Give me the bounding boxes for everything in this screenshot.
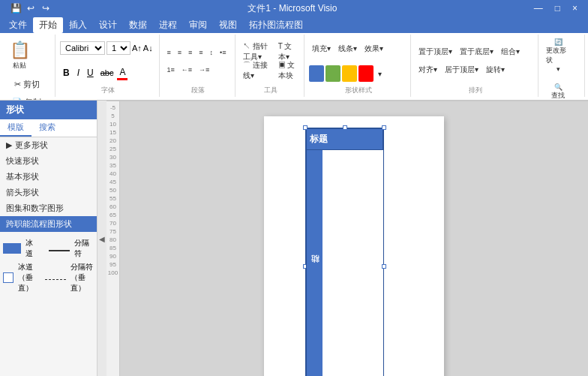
effect-btn[interactable]: 效果▾ <box>362 40 386 58</box>
redo-quick-btn[interactable]: ↪ <box>39 2 52 15</box>
bullets-btn[interactable]: •≡ <box>217 44 229 61</box>
maximize-btn[interactable]: □ <box>550 3 565 14</box>
legend-sep-icon <box>49 245 70 253</box>
indent-increase-btn[interactable]: →≡ <box>196 62 212 78</box>
category-arrow-shapes[interactable]: 箭头形状 <box>0 185 97 200</box>
handle-top-left[interactable] <box>303 125 308 130</box>
window-title: 文件1 - Microsoft Visio <box>56 2 530 15</box>
menu-view[interactable]: 视图 <box>213 17 243 33</box>
category-chart-shapes[interactable]: 图集和数字图形 <box>0 200 97 216</box>
menu-data[interactable]: 数据 <box>123 17 153 33</box>
menu-design[interactable]: 设计 <box>93 17 123 33</box>
ruler-left-mark: 80 <box>110 236 116 243</box>
font-size-select[interactable]: 12pt <box>106 41 130 55</box>
align-justify-btn[interactable]: ≡ <box>196 44 206 61</box>
handle-top-right[interactable] <box>382 125 386 130</box>
page[interactable]: 标题 功能 定义 <box>264 116 444 376</box>
bring-front-btn[interactable]: 置于顶层▾ <box>416 44 455 60</box>
cut-button[interactable]: ✂ 剪切 <box>6 76 47 92</box>
close-btn[interactable]: × <box>568 3 582 14</box>
change-shape-btn[interactable]: 🔄更改形状▾ <box>543 36 573 75</box>
arrange-group-label: 排列 <box>416 86 535 95</box>
arrow-icon: ▶ <box>6 140 12 150</box>
font-color-button[interactable]: A <box>117 66 128 80</box>
style3-btn[interactable] <box>342 65 357 82</box>
ruler-left-mark: 75 <box>110 228 116 235</box>
text-tool-btn[interactable]: T 文本▾ <box>275 43 301 61</box>
menu-process[interactable]: 进程 <box>153 17 183 33</box>
style2-btn[interactable] <box>326 65 340 82</box>
handle-middle-right[interactable] <box>382 264 386 269</box>
ruler-left-mark: 30 <box>110 154 116 161</box>
panel-collapse-btn[interactable]: ◀ <box>98 101 106 376</box>
legend-row-2: 冰道（垂直） 分隔符（垂直） <box>3 262 94 293</box>
group-shape-style: 填充▾ 线条▾ 效果▾ ▾ 形状样式 <box>306 35 411 97</box>
canvas-content[interactable]: 标题 功能 定义 <box>120 101 588 376</box>
menu-insert[interactable]: 插入 <box>63 17 93 33</box>
ruler-left-mark: 90 <box>110 253 116 260</box>
align-btn[interactable]: 对齐▾ <box>416 62 440 78</box>
category-crossfunc-shapes[interactable]: 跨职能流程图形状 <box>0 216 97 232</box>
menu-file[interactable]: 文件 <box>3 17 33 33</box>
left-panel: 形状 模版 搜索 ▶ 更多形状 快速形状 基本形状 箭头形状 图集和数字图形 跨… <box>0 101 98 376</box>
position-btn[interactable]: 居于顶层▾ <box>442 62 482 78</box>
menu-review[interactable]: 审阅 <box>183 17 213 33</box>
ruler-left-mark: 15 <box>110 129 116 136</box>
line-spacing-btn[interactable]: ↕ <box>207 44 217 61</box>
bold-button[interactable]: B <box>60 66 73 80</box>
rotate-btn[interactable]: 旋转▾ <box>483 62 508 78</box>
more-styles-btn[interactable]: ▾ <box>375 65 385 82</box>
numbering-btn[interactable]: 1≡ <box>164 62 178 78</box>
align-right-btn[interactable]: ≡ <box>185 44 195 61</box>
menu-home[interactable]: 开始 <box>33 17 63 33</box>
send-back-btn[interactable]: 置于底层▾ <box>457 44 496 60</box>
connector-tool-btn[interactable]: ⌒ 连接线▾ <box>240 62 274 80</box>
underline-button[interactable]: U <box>84 66 97 80</box>
tab-template[interactable]: 模版 <box>0 119 32 137</box>
font-name-select[interactable]: Calibri <box>60 41 105 55</box>
text-block-btn[interactable]: ▣ 文本块 <box>275 62 301 80</box>
align-center-btn[interactable]: ≡ <box>175 44 184 61</box>
category-basic-shapes[interactable]: 基本形状 <box>0 169 97 185</box>
font-grow-btn[interactable]: A↑ <box>132 44 142 53</box>
window-controls: — □ × <box>530 3 582 14</box>
ruler-left-mark: 40 <box>110 170 116 177</box>
indent-decrease-btn[interactable]: ←≡ <box>178 62 195 78</box>
legend-dashed-sep-icon <box>45 274 66 282</box>
ruler-left-mark: 50 <box>110 187 116 194</box>
pointer-tool-btn[interactable]: ↖ 指针工具▾ <box>240 43 274 61</box>
menu-topology[interactable]: 拓扑图流程图 <box>243 17 309 33</box>
align-left-btn[interactable]: ≡ <box>164 44 174 61</box>
canvas-area[interactable]: -75 -70 -60 -50 -40 -30 -20 -10 0 10 20 … <box>106 101 588 376</box>
ruler-left-mark: -5 <box>110 104 116 111</box>
font-row1: Calibri 12pt A↑ A↓ <box>60 41 153 55</box>
handle-top-center[interactable] <box>343 125 347 130</box>
group-btn[interactable]: 组合▾ <box>498 44 523 60</box>
shape-swimlane[interactable]: 标题 功能 定义 <box>305 128 384 376</box>
ruler-left-mark: 45 <box>110 179 116 185</box>
line-btn[interactable]: 线条▾ <box>335 40 360 58</box>
font-shrink-btn[interactable]: A↓ <box>143 44 153 53</box>
legend-swimlane-vertical-icon <box>3 272 14 283</box>
edit-controls: 🔄更改形状▾ 🔍查找▾ <box>543 36 581 101</box>
style1-btn[interactable] <box>309 65 324 82</box>
style4-btn[interactable] <box>358 65 374 82</box>
minimize-btn[interactable]: — <box>530 3 548 14</box>
strikethrough-button[interactable]: abc <box>98 68 116 78</box>
ruler-left-mark: 95 <box>110 261 116 268</box>
category-quick-shapes[interactable]: 快速形状 <box>0 153 97 169</box>
italic-button[interactable]: I <box>74 66 82 80</box>
arrange-controls: 置于顶层▾ 置于底层▾ 组合▾ 对齐▾ 居于顶层▾ 旋转▾ <box>416 36 535 86</box>
fill-btn[interactable]: 填充▾ <box>309 40 334 58</box>
copy-button[interactable]: 📄 复制 <box>6 94 47 101</box>
category-more-shapes[interactable]: ▶ 更多形状 <box>0 137 97 153</box>
save-quick-btn[interactable]: 💾 <box>9 2 22 15</box>
undo-quick-btn[interactable]: ↩ <box>24 2 38 15</box>
canvas-scroll[interactable]: -5 5 10 15 20 25 30 35 40 45 50 55 60 65… <box>106 101 588 376</box>
legend-swimlane-icon <box>3 243 21 254</box>
tab-search[interactable]: 搜索 <box>32 119 63 137</box>
ruler-left-mark: 70 <box>110 220 116 227</box>
group-arrange: 置于顶层▾ 置于底层▾ 组合▾ 对齐▾ 居于顶层▾ 旋转▾ 排列 <box>412 35 538 97</box>
find-btn[interactable]: 🔍查找▾ <box>543 76 573 101</box>
paste-button[interactable]: 📋粘贴 <box>6 36 33 75</box>
